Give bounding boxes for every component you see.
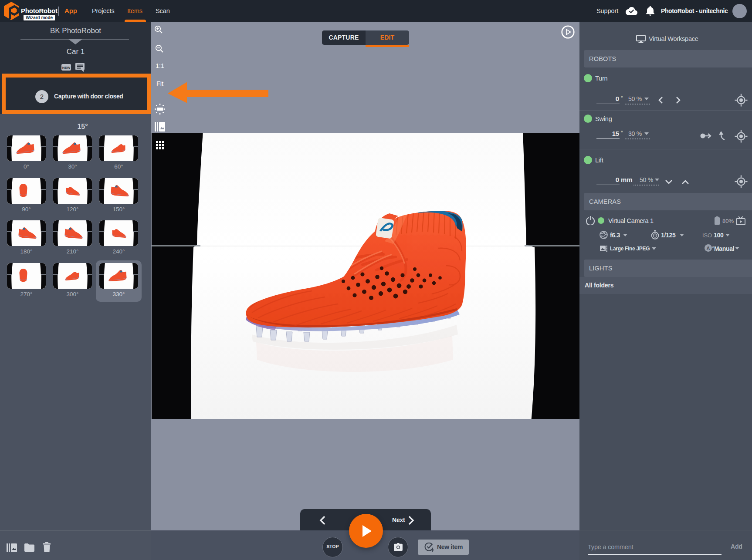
svg-text:NEW: NEW bbox=[62, 66, 71, 70]
svg-text:A: A bbox=[707, 246, 710, 251]
